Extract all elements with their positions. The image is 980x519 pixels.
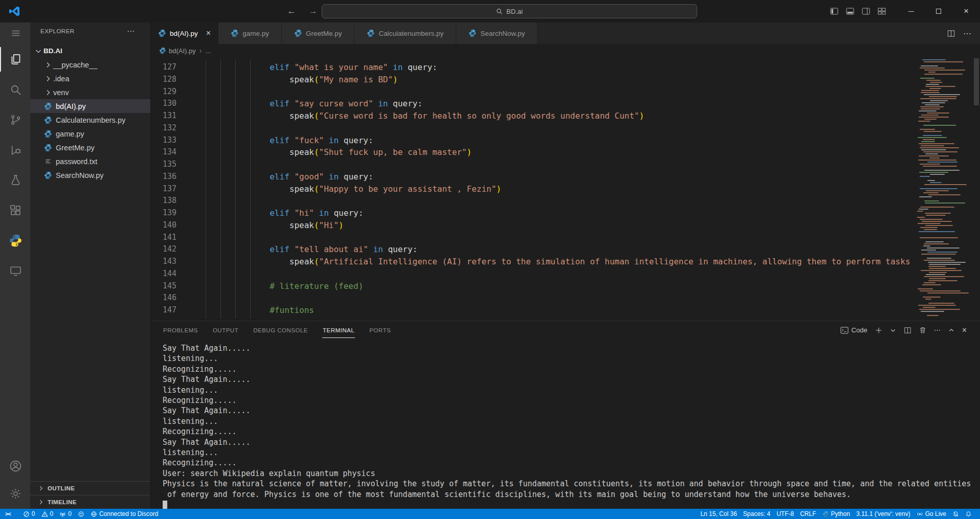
activity-menu[interactable]: [0, 22, 30, 44]
breadcrumb-file[interactable]: bd(AI).py: [169, 47, 196, 55]
line-number[interactable]: 146: [151, 292, 176, 304]
line-number[interactable]: 147: [151, 304, 176, 317]
activity-search[interactable]: [0, 77, 30, 102]
panel-tab-output[interactable]: OUTPUT: [212, 323, 239, 338]
minimap[interactable]: [915, 57, 973, 321]
activity-source-control[interactable]: [0, 107, 30, 132]
status-0[interactable]: 0: [20, 509, 38, 519]
line-number[interactable]: 143: [151, 256, 176, 268]
tree-item-password.txt[interactable]: password.txt: [30, 154, 150, 168]
status-0[interactable]: 0: [56, 509, 75, 519]
activity-python[interactable]: [0, 228, 30, 253]
activity-explorer[interactable]: [0, 47, 30, 72]
tree-item-.idea[interactable]: .idea: [30, 72, 150, 85]
status-bell[interactable]: [962, 509, 975, 519]
tab-SearchNow.py[interactable]: SearchNow.py: [456, 22, 538, 44]
tab-game.py[interactable]: game.py: [218, 22, 282, 44]
tab-Calculatenumbers.py[interactable]: Calculatenumbers.py: [354, 22, 456, 44]
line-number[interactable]: 130: [151, 98, 176, 110]
minimize-button[interactable]: [897, 0, 925, 22]
status-go-live[interactable]: Go Live: [914, 509, 949, 519]
split-editor-icon[interactable]: [947, 30, 955, 37]
line-number[interactable]: 137: [151, 183, 176, 195]
line-number[interactable]: 140: [151, 219, 176, 232]
line-number[interactable]: 132: [151, 122, 176, 134]
nav-back-icon[interactable]: ←: [285, 6, 298, 16]
status-smiley[interactable]: [75, 509, 87, 519]
line-number[interactable]: 131: [151, 110, 176, 122]
tree-item-bd(AI).py[interactable]: bd(AI).py: [30, 99, 150, 113]
line-number[interactable]: 128: [151, 74, 176, 86]
activity-testing[interactable]: [0, 168, 30, 192]
terminal-line: listening...: [163, 385, 980, 395]
terminal-output[interactable]: Say That Again.....listening...Recognizi…: [151, 339, 980, 509]
panel-tab-terminal[interactable]: TERMINAL: [322, 323, 355, 338]
nav-forward-icon[interactable]: →: [307, 6, 319, 16]
status-connected-to-discord[interactable]: Connected to Discord: [87, 509, 161, 519]
activity-extensions[interactable]: [0, 198, 30, 222]
line-number[interactable]: 133: [151, 134, 176, 147]
remote-indicator[interactable]: ><: [0, 511, 16, 517]
new-terminal-icon[interactable]: [875, 327, 882, 334]
tab-close-icon[interactable]: ×: [206, 29, 211, 38]
status-spaces-4[interactable]: Spaces: 4: [740, 509, 773, 519]
kill-terminal-icon[interactable]: [919, 326, 926, 334]
status-crlf[interactable]: CRLF: [797, 509, 819, 519]
line-number[interactable]: 144: [151, 268, 176, 280]
toggle-panel-icon[interactable]: [846, 8, 854, 15]
maximize-panel-icon[interactable]: [948, 327, 954, 333]
line-number[interactable]: 135: [151, 159, 176, 171]
status-3-11-1-venv-venv[interactable]: 3.11.1 ('venv': venv): [853, 509, 914, 519]
line-number[interactable]: 136: [151, 171, 176, 183]
line-number[interactable]: 141: [151, 232, 176, 244]
maximize-button[interactable]: [925, 0, 952, 22]
tree-item-Calculatenumbers.py[interactable]: Calculatenumbers.py: [30, 113, 150, 127]
activity-account[interactable]: [0, 454, 30, 478]
panel-tab-debug-console[interactable]: DEBUG CONSOLE: [253, 323, 308, 338]
tree-item-game.py[interactable]: game.py: [30, 127, 150, 141]
sidebar-section-timeline[interactable]: TIMELINE: [30, 495, 150, 509]
tab-GreetMe.py[interactable]: GreetMe.py: [282, 22, 355, 44]
close-button[interactable]: ×: [952, 0, 980, 22]
tree-item-venv[interactable]: venv: [30, 85, 150, 99]
editor-scrollbar[interactable]: [973, 57, 980, 321]
customize-layout-icon[interactable]: [878, 8, 886, 15]
tree-item-__pycache__[interactable]: __pycache__: [30, 58, 150, 72]
status-python[interactable]: Python: [819, 509, 853, 519]
breadcrumb-more[interactable]: ...: [205, 47, 211, 55]
toggle-primary-sidebar-icon[interactable]: [830, 8, 838, 15]
split-terminal-icon[interactable]: [904, 327, 911, 334]
panel-more-actions-icon[interactable]: ⋯: [934, 326, 941, 334]
tree-root-folder[interactable]: BD.AI: [30, 44, 150, 58]
toggle-secondary-sidebar-icon[interactable]: [862, 8, 870, 15]
status-bell-slash[interactable]: [949, 509, 962, 519]
panel-tab-problems[interactable]: PROBLEMS: [163, 323, 198, 338]
editor-more-actions-icon[interactable]: ⋯: [963, 29, 972, 38]
command-center-search[interactable]: BD.ai: [322, 4, 697, 18]
tree-item-GreetMe.py[interactable]: GreetMe.py: [30, 141, 150, 154]
activity-remote-explorer[interactable]: [0, 258, 30, 283]
close-panel-icon[interactable]: ×: [962, 326, 967, 335]
line-number[interactable]: 139: [151, 207, 176, 219]
status-0[interactable]: 0: [38, 509, 57, 519]
tab-bd(AI).py[interactable]: bd(AI).py×: [151, 22, 218, 44]
line-number[interactable]: 129: [151, 86, 176, 98]
status-ln-15-col-36[interactable]: Ln 15, Col 36: [697, 509, 740, 519]
line-number[interactable]: 142: [151, 243, 176, 256]
line-number[interactable]: 134: [151, 146, 176, 159]
activity-settings[interactable]: [0, 481, 30, 506]
terminal-shell-picker[interactable]: Code: [840, 326, 867, 334]
tree-item-SearchNow.py[interactable]: SearchNow.py: [30, 168, 150, 182]
explorer-more-actions-icon[interactable]: ⋯: [127, 27, 135, 36]
line-number[interactable]: 138: [151, 195, 176, 207]
code-editor[interactable]: 127 elif "what is your name" in query:12…: [151, 57, 980, 321]
code-line-128: 128 speak("My name is BD"): [151, 74, 980, 86]
line-number[interactable]: 127: [151, 61, 176, 74]
line-number[interactable]: 145: [151, 280, 176, 292]
sidebar-section-outline[interactable]: OUTLINE: [30, 481, 150, 495]
activity-run-and-debug[interactable]: [0, 138, 30, 162]
status-utf-8[interactable]: UTF-8: [773, 509, 797, 519]
panel-tab-ports[interactable]: PORTS: [369, 323, 391, 338]
breadcrumb[interactable]: bd(AI).py › ...: [151, 44, 980, 57]
terminal-dropdown-icon[interactable]: [890, 327, 896, 333]
